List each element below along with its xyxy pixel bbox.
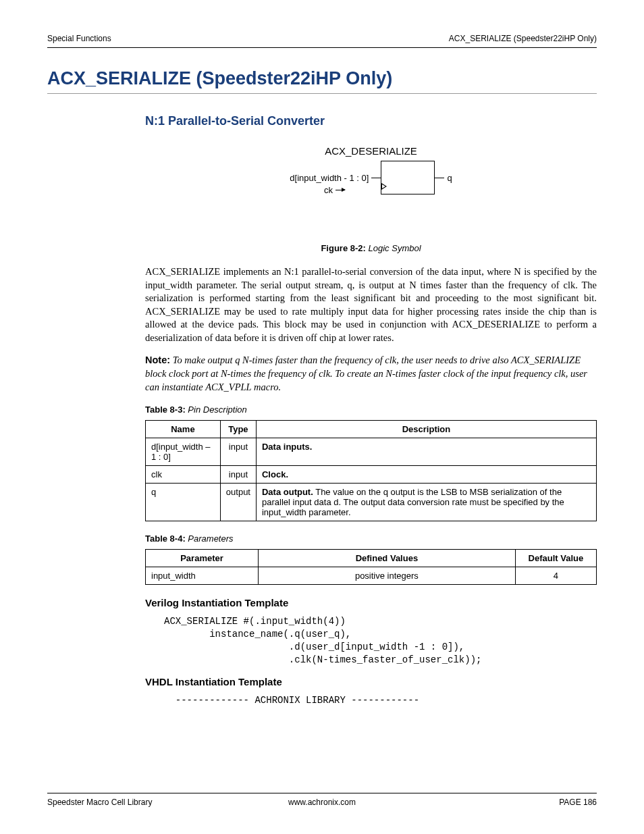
- figure-text: Logic Symbol: [369, 243, 421, 253]
- section-subtitle: N:1 Parallel-to-Serial Converter: [145, 114, 597, 128]
- verilog-heading: Verilog Instantiation Template: [145, 597, 597, 608]
- table-row: q output Data output. The value on the q…: [146, 484, 597, 521]
- table-row: d[input_width –1 : 0] input Data inputs.: [146, 438, 597, 466]
- table-row: input_width positive integers 4: [146, 567, 597, 585]
- table-row: clk input Clock.: [146, 466, 597, 484]
- note-text: To make output q N-times faster than the…: [145, 355, 587, 392]
- verilog-code: ACX_SERIALIZE #(.input_width(4)) instanc…: [164, 615, 597, 667]
- page-header: Special Functions ACX_SERIALIZE (Speedst…: [47, 34, 597, 48]
- page-footer: Speedster Macro Cell Library www.achroni…: [47, 793, 597, 807]
- figure-caption: Figure 8-2: Logic Symbol: [145, 243, 597, 253]
- table-8-4-caption: Table 8-4: Parameters: [145, 533, 597, 544]
- diagram-port-d: d[input_width - 1 : 0]: [290, 173, 369, 183]
- footer-left: Speedster Macro Cell Library: [47, 798, 152, 807]
- description-paragraph: ACX_SERIALIZE implements an N:1 parallel…: [145, 265, 597, 344]
- parameters-table: Parameter Defined Values Default Value i…: [145, 549, 597, 585]
- table-header: Name: [146, 421, 221, 438]
- note-block: Note: To make output q N-times faster th…: [145, 354, 597, 394]
- table-header: Parameter: [146, 550, 259, 567]
- vhdl-code: ------------- ACHRONIX LIBRARY ---------…: [164, 694, 597, 707]
- table-header: Defined Values: [259, 550, 516, 567]
- table-8-3-caption: Table 8-3: Pin Description: [145, 405, 597, 415]
- pin-description-table: Name Type Description d[input_width –1 :…: [145, 420, 597, 521]
- footer-center: www.achronix.com: [288, 798, 356, 807]
- table-header: Default Value: [515, 550, 596, 567]
- logic-symbol-diagram: ACX_DESERIALIZE d[input_width - 1 : 0] q…: [145, 145, 597, 196]
- table-header: Type: [220, 421, 256, 438]
- diagram-box: [381, 161, 435, 194]
- diagram-block-title: ACX_DESERIALIZE: [290, 145, 452, 157]
- figure-label: Figure 8-2:: [321, 243, 365, 253]
- header-right: ACX_SERIALIZE (Speedster22iHP Only): [449, 34, 597, 43]
- page-title: ACX_SERIALIZE (Speedster22iHP Only): [47, 68, 597, 94]
- vhdl-heading: VHDL Instantiation Template: [145, 676, 597, 687]
- footer-right: PAGE 186: [559, 798, 597, 807]
- diagram-port-q: q: [447, 173, 452, 183]
- note-label: Note:: [145, 355, 170, 365]
- table-header: Description: [256, 421, 596, 438]
- diagram-port-ck: ck: [324, 185, 333, 195]
- header-left: Special Functions: [47, 34, 111, 43]
